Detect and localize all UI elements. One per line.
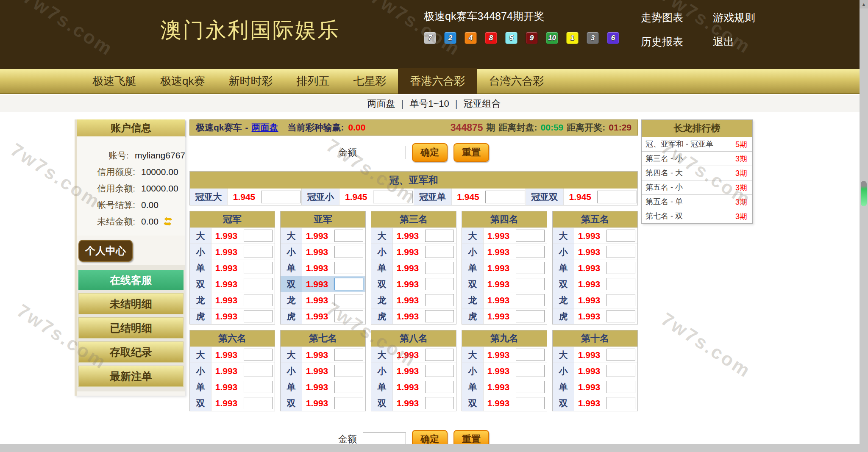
game-rules-link[interactable]: 游戏规则	[713, 11, 755, 25]
bet-amount-input[interactable]	[516, 230, 545, 242]
bet-amount-input[interactable]	[425, 294, 454, 306]
bet-amount-input[interactable]	[244, 310, 273, 322]
bet-amount-input[interactable]	[606, 381, 635, 393]
bet-amount-input[interactable]	[334, 262, 363, 274]
sidebar-item-latest-bets[interactable]: 最新注单	[78, 366, 184, 387]
bet-amount-input[interactable]	[244, 278, 273, 290]
bet-amount-input[interactable]	[606, 230, 635, 242]
bet-amount-input[interactable]	[334, 381, 363, 393]
bet-odds: 1.993	[211, 263, 241, 273]
bet-amount-input[interactable]	[334, 246, 363, 258]
bet-amount-input[interactable]	[597, 191, 637, 203]
bet-amount-input[interactable]	[485, 191, 525, 203]
bet-amount-input[interactable]	[606, 397, 635, 409]
bet-amount-input[interactable]	[244, 230, 273, 242]
nav-item[interactable]: 七星彩	[341, 69, 398, 93]
table-row: 小1.993	[281, 244, 365, 260]
bet-option-label: 小	[281, 363, 302, 379]
bet-amount-input[interactable]	[244, 262, 273, 274]
reset-button[interactable]: 重置	[453, 143, 489, 162]
nav-item-active[interactable]: 香港六合彩	[398, 68, 477, 94]
bet-amount-input[interactable]	[425, 381, 454, 393]
bet-amount-input[interactable]	[425, 246, 454, 258]
bet-amount-input-focused[interactable]	[334, 278, 363, 290]
trend-chart-link[interactable]: 走势图表	[641, 11, 683, 25]
scroll-up-icon[interactable]: ▲	[860, 0, 868, 8]
bet-amount-input[interactable]	[516, 381, 545, 393]
bet-amount-input[interactable]	[425, 365, 454, 377]
nav-item[interactable]: 极速飞艇	[81, 69, 148, 93]
bet-amount-input[interactable]	[606, 246, 635, 258]
bet-amount-input[interactable]	[334, 349, 363, 361]
bet-amount-input[interactable]	[606, 349, 635, 361]
nav-item[interactable]: 新时时彩	[217, 69, 284, 93]
bet-amount-input[interactable]	[261, 191, 301, 203]
subnav-separator: |	[455, 98, 458, 109]
bet-option-label: 大	[190, 228, 211, 244]
bet-amount-input[interactable]	[606, 278, 635, 290]
bet-odds: 1.993	[302, 279, 332, 289]
bet-amount-input[interactable]	[334, 365, 363, 377]
bet-amount-input[interactable]	[606, 310, 635, 322]
personal-center-button[interactable]: 个人中心	[78, 240, 133, 262]
vertical-scrollbar[interactable]: ▲	[860, 0, 868, 444]
logout-link[interactable]: 退出	[713, 35, 734, 49]
history-report-link[interactable]: 历史报表	[641, 35, 683, 49]
streak-row: 第五名 - 单3期	[642, 194, 752, 209]
scrollbar-thumb[interactable]	[861, 181, 867, 206]
subnav-item[interactable]: 两面盘	[367, 97, 395, 110]
bet-amount-input[interactable]	[425, 397, 454, 409]
bet-amount-input[interactable]	[334, 294, 363, 306]
bet-amount-input[interactable]	[244, 381, 273, 393]
account-row: 帐号结算:0.00	[77, 199, 185, 211]
bet-option-label: 龙	[190, 292, 211, 308]
table-row: 小1.993	[462, 363, 547, 379]
bet-amount-input[interactable]	[516, 262, 545, 274]
bet-amount-input[interactable]	[606, 262, 635, 274]
sidebar-item-deposit-record[interactable]: 存取纪录	[78, 341, 184, 363]
nav-item[interactable]: 台湾六合彩	[477, 69, 556, 93]
bet-amount-input[interactable]	[516, 397, 545, 409]
bet-amount-input[interactable]	[606, 365, 635, 377]
subnav-item[interactable]: 冠亚组合	[464, 97, 501, 110]
horizontal-scrollbar[interactable]	[0, 444, 868, 452]
bet-amount-input[interactable]	[516, 349, 545, 361]
table-row: 双1.993	[371, 395, 456, 411]
bet-amount-input[interactable]	[334, 310, 363, 322]
bet-amount-input[interactable]	[516, 294, 545, 306]
bet-amount-input[interactable]	[373, 191, 413, 203]
bet-amount-input[interactable]	[425, 230, 454, 242]
subnav-item[interactable]: 单号1~10	[409, 97, 449, 110]
bet-tables-row-1: 冠军 大1.993 小1.993 单1.993 双1.993 龙1.993 虎1…	[189, 211, 638, 324]
sidebar-item-unsettled-detail[interactable]: 未结明细	[78, 293, 184, 314]
sidebar-item-online-service[interactable]: 在线客服	[78, 270, 184, 290]
bet-amount-input[interactable]	[516, 278, 545, 290]
nav-item[interactable]: 极速qk赛	[148, 69, 217, 93]
bet-amount-input[interactable]	[425, 310, 454, 322]
nav-item[interactable]: 排列五	[284, 69, 341, 93]
bet-amount-input[interactable]	[244, 365, 273, 377]
bet-amount-input[interactable]	[244, 246, 273, 258]
bet-amount-input[interactable]	[244, 349, 273, 361]
bet-amount-input[interactable]	[425, 349, 454, 361]
bet-amount-input[interactable]	[334, 397, 363, 409]
sidebar-item-settled-detail[interactable]: 已结明细	[78, 317, 184, 338]
bet-amount-input[interactable]	[244, 397, 273, 409]
bet-amount-input[interactable]	[516, 246, 545, 258]
confirm-button[interactable]: 确定	[412, 143, 448, 162]
bet-option-label: 双	[281, 395, 302, 411]
bet-amount-input[interactable]	[606, 294, 635, 306]
bet-amount-input[interactable]	[425, 262, 454, 274]
bet-amount-input[interactable]	[425, 278, 454, 290]
refresh-icon[interactable]	[163, 217, 173, 226]
bet-option-label: 小	[371, 363, 393, 379]
bet-amount-input[interactable]	[516, 365, 545, 377]
bet-amount-input[interactable]	[516, 310, 545, 322]
play-mode-link[interactable]: 两面盘	[252, 122, 278, 133]
bet-amount-input[interactable]	[244, 294, 273, 306]
betting-main-panel: 极速qk赛车 - 两面盘 当前彩种输赢: 0.00 344875 期 距离封盘:…	[189, 119, 638, 452]
amount-input[interactable]	[363, 146, 406, 159]
streak-count: 3期	[730, 211, 752, 222]
bet-amount-input[interactable]	[334, 230, 363, 242]
account-row: 信用额度:10000.00	[77, 166, 185, 178]
